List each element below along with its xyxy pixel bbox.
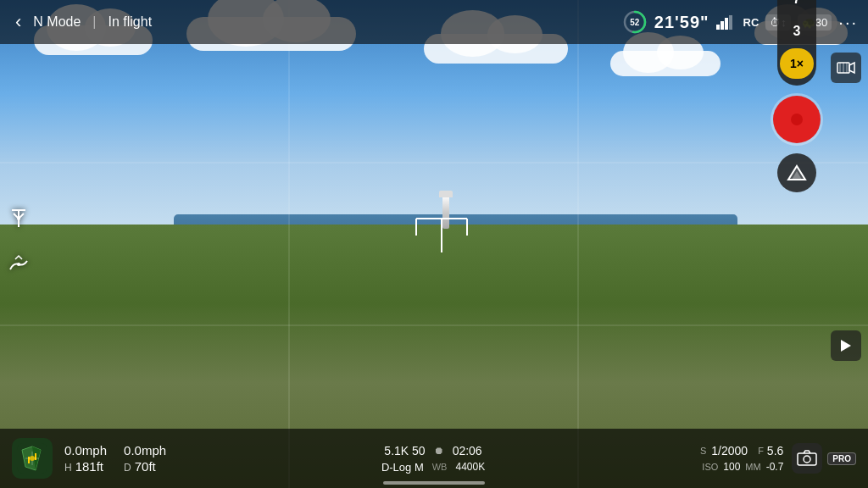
divider: | xyxy=(92,14,96,30)
back-button[interactable]: ‹ xyxy=(10,8,26,36)
svg-point-19 xyxy=(17,263,20,266)
camera-settings-panel: 5.1K 50 ⏺ 02:06 D-Log M WB 4400K xyxy=(166,444,700,474)
left-panel xyxy=(7,207,31,281)
play-icon xyxy=(839,338,853,353)
aperture-icon: F xyxy=(758,446,764,456)
aperture-value: 5.6 xyxy=(767,444,783,458)
wb-icon: WB xyxy=(432,462,448,472)
camera-icon xyxy=(797,450,817,467)
rc-label: RC xyxy=(743,16,760,29)
right-camera-panel: 7 3 1× xyxy=(773,0,821,192)
iso-icon: ISO xyxy=(702,462,718,472)
speed-info: 0.0mph H 181ft xyxy=(64,443,107,474)
follow-mode-icon[interactable] xyxy=(7,252,31,281)
camera-switch-button[interactable] xyxy=(792,443,822,474)
alt-d-label: D xyxy=(124,462,131,474)
svg-point-17 xyxy=(17,217,20,220)
top-left-section: ‹ N Mode | In flight xyxy=(10,8,622,36)
svg-rect-33 xyxy=(798,453,816,465)
svg-marker-21 xyxy=(849,63,854,73)
ev-icon: MM xyxy=(745,462,760,472)
record-button[interactable] xyxy=(773,96,821,143)
shutter-icon: S xyxy=(700,446,706,456)
zoom-1x-button[interactable]: 1× xyxy=(780,48,814,79)
more-options-button[interactable]: ··· xyxy=(838,13,858,32)
drone-view xyxy=(0,0,868,488)
iso-ev-row: ISO 100 MM -0.7 xyxy=(702,461,783,473)
camera-top-row: 5.1K 50 ⏺ 02:06 xyxy=(384,444,481,458)
exposure-settings: S 1/2000 F 5.6 ISO 100 MM -0.7 xyxy=(700,444,783,473)
svg-point-34 xyxy=(804,456,810,463)
svg-rect-12 xyxy=(725,18,728,30)
alt-h-label: H xyxy=(64,462,72,474)
record-icon xyxy=(789,112,804,127)
antenna-icon[interactable] xyxy=(7,207,31,236)
record-time: 02:06 xyxy=(453,444,482,458)
svg-marker-28 xyxy=(841,340,851,352)
camera-bottom-row: D-Log M WB 4400K xyxy=(381,461,485,474)
cloud xyxy=(610,51,721,76)
ev-value: -0.7 xyxy=(766,461,784,473)
top-right-section: 52 21'59" RC ⏱↕ 🐢30 ··· xyxy=(622,9,858,35)
shutter-speed: 1/2000 xyxy=(711,444,748,458)
gallery-button[interactable] xyxy=(831,330,861,361)
distance-info: 0.0mph D 70ft xyxy=(124,443,166,474)
shutter-row: S 1/2000 F 5.6 xyxy=(700,444,783,458)
zoom-7-button[interactable]: 7 xyxy=(780,0,814,14)
record-time-icon: ⏺ xyxy=(434,445,444,457)
flight-time: 21'59" xyxy=(654,13,709,32)
vertical-speed: 0.0mph xyxy=(124,443,166,458)
map-button[interactable] xyxy=(12,438,53,479)
resolution-setting: 5.1K 50 xyxy=(384,444,425,458)
log-mode: D-Log M xyxy=(381,461,424,474)
mountain-icon xyxy=(787,164,807,181)
home-indicator xyxy=(383,481,485,485)
goalpost xyxy=(408,210,476,252)
altitude-d: 70ft xyxy=(135,459,156,474)
zoom-panel: 7 3 1× xyxy=(777,0,816,86)
svg-rect-13 xyxy=(729,15,732,30)
bottom-bar: 0.0mph H 181ft 0.0mph D 70ft 5.1K 50 ⏺ 0… xyxy=(0,429,868,488)
battery-percent: 52 xyxy=(622,9,648,35)
svg-point-25 xyxy=(791,114,803,125)
waypoint-button[interactable] xyxy=(777,153,816,192)
altitude-h: 181ft xyxy=(75,459,103,474)
zoom-3-button[interactable]: 3 xyxy=(780,16,814,47)
film-icon xyxy=(837,61,855,75)
film-mode-button[interactable] xyxy=(831,53,861,83)
svg-rect-10 xyxy=(716,25,720,30)
svg-point-32 xyxy=(30,456,35,461)
top-bar: ‹ N Mode | In flight 52 21'59" RC ⏱↕ 🐢30… xyxy=(0,0,868,44)
map-icon xyxy=(17,443,47,474)
tower-top xyxy=(439,191,453,197)
svg-rect-11 xyxy=(721,21,724,30)
battery-indicator: 52 xyxy=(622,9,648,35)
signal-icon xyxy=(716,14,737,30)
inflight-status: In flight xyxy=(108,14,153,30)
wb-value: 4400K xyxy=(455,461,485,473)
mode-label: N Mode xyxy=(33,14,81,30)
pro-badge: PRO xyxy=(827,452,856,465)
iso-value: 100 xyxy=(723,461,740,473)
horizontal-speed: 0.0mph xyxy=(64,443,107,458)
